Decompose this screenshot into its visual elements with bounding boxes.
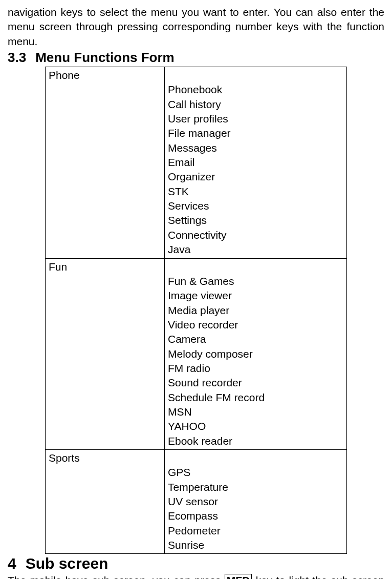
table-row: Phone Phonebook Call history User profil…	[46, 67, 347, 258]
body-part1: The mobile have sub screen, you can pres…	[8, 574, 225, 579]
chapter-number: 4	[8, 555, 16, 572]
table-row: Fun Fun & Games Image viewer Media playe…	[46, 258, 347, 449]
chapter-body: The mobile have sub screen, you can pres…	[8, 573, 384, 579]
mfd-key-label: MFD	[225, 574, 252, 579]
chapter-heading: 4Sub screen	[8, 555, 384, 572]
table-row: Sports GPS Temperature UV sensor Ecompas…	[46, 449, 347, 553]
items-list: Phonebook Call history User profiles Fil…	[168, 68, 343, 257]
section-heading: 3.3Menu Functions Form	[8, 50, 384, 66]
section-number: 3.3	[8, 50, 26, 66]
items-cell: Fun & Games Image viewer Media player Vi…	[165, 258, 347, 449]
category-cell: Phone	[46, 67, 165, 258]
items-list: Fun & Games Image viewer Media player Vi…	[168, 260, 343, 448]
category-cell: Sports	[46, 449, 165, 553]
intro-paragraph: navigation keys to select the menu you w…	[8, 5, 384, 49]
chapter-title: Sub screen	[26, 555, 108, 572]
section-title: Menu Functions Form	[35, 50, 175, 65]
category-cell: Fun	[46, 258, 165, 449]
items-cell: Phonebook Call history User profiles Fil…	[165, 67, 347, 258]
items-list: GPS Temperature UV sensor Ecompass Pedom…	[168, 451, 343, 552]
items-cell: GPS Temperature UV sensor Ecompass Pedom…	[165, 449, 347, 553]
menu-functions-table: Phone Phonebook Call history User profil…	[45, 67, 347, 554]
